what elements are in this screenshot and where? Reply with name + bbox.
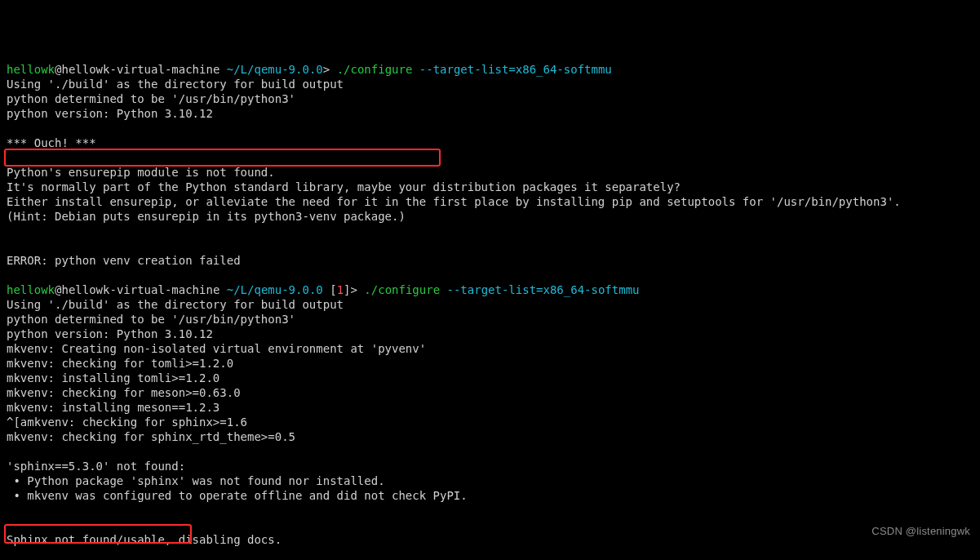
prompt-user: hellowk: [7, 283, 55, 296]
prompt-line-2: hellowk@hellowk-virtual-machine ~/L/qemu…: [7, 283, 640, 296]
output-line: Using './build' as the directory for bui…: [7, 298, 344, 311]
output-line: mkvenv: installing tomli>=1.2.0: [7, 371, 220, 384]
output-line: *** Ouch! ***: [7, 136, 96, 149]
output-line: Python's ensurepip module is not found.: [7, 166, 275, 179]
output-line: Either install ensurepip, or alleviate t…: [7, 195, 901, 208]
prompt-path: ~/L/qemu-9.0.0: [227, 63, 323, 76]
output-line: • Python package 'sphinx' was not found …: [7, 474, 385, 487]
output-line: It's normally part of the Python standar…: [7, 180, 681, 193]
prompt-host: hellowk-virtual-machine: [61, 63, 226, 76]
output-line: (Hint: Debian puts ensurepip in its pyth…: [7, 210, 406, 223]
output-line: mkvenv: installing meson==1.2.3: [7, 401, 220, 414]
prompt-line-1: hellowk@hellowk-virtual-machine ~/L/qemu…: [7, 63, 612, 76]
prompt-gt: >: [323, 63, 337, 76]
terminal-output[interactable]: hellowk@hellowk-virtual-machine ~/L/qemu…: [7, 62, 973, 560]
command-exe: ./configure: [337, 63, 413, 76]
output-line: python version: Python 3.10.12: [7, 327, 213, 340]
output-line: ^[amkvenv: checking for sphinx>=1.6: [7, 416, 247, 429]
exit-bracket: ]: [344, 283, 350, 296]
prompt-gt: >: [351, 283, 365, 296]
watermark-text: CSDN @listeningwk: [871, 524, 970, 539]
output-line: mkvenv: Creating non-isolated virtual en…: [7, 342, 426, 355]
prompt-host: hellowk-virtual-machine: [61, 283, 226, 296]
output-line: 'sphinx==5.3.0' not found:: [7, 460, 185, 473]
exit-bracket: [: [330, 283, 336, 296]
prompt-user: hellowk: [7, 63, 55, 76]
prompt-path: ~/L/qemu-9.0.0: [227, 283, 330, 296]
command-args: --target-list=x86_64-softmmu: [412, 63, 611, 76]
output-line: ERROR: python venv creation failed: [7, 254, 241, 267]
command-exe: ./configure: [364, 283, 440, 296]
output-line: mkvenv: checking for tomli>=1.2.0: [7, 357, 233, 370]
exit-code: 1: [337, 283, 344, 296]
output-line: Sphinx not found/usable, disabling docs.: [7, 533, 282, 546]
output-line: python determined to be '/usr/bin/python…: [7, 92, 295, 105]
output-line: • mkvenv was configured to operate offli…: [7, 489, 468, 502]
command-args: --target-list=x86_64-softmmu: [440, 283, 639, 296]
output-line: python determined to be '/usr/bin/python…: [7, 313, 295, 326]
output-line: mkvenv: checking for sphinx_rtd_theme>=0…: [7, 430, 295, 443]
output-line: mkvenv: checking for meson>=0.63.0: [7, 386, 241, 399]
output-line: Using './build' as the directory for bui…: [7, 78, 344, 91]
output-line: python version: Python 3.10.12: [7, 107, 213, 120]
